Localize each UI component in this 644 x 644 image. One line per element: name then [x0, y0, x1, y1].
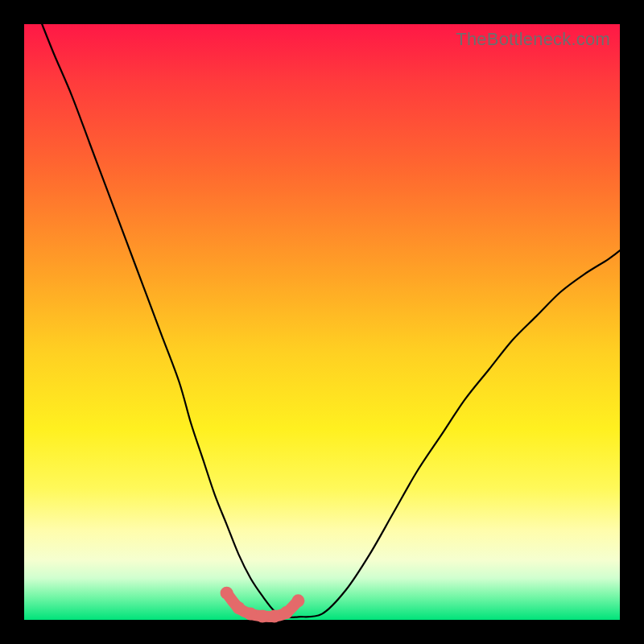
watermark-text: TheBottleneck.com: [456, 29, 610, 50]
svg-point-0: [221, 587, 233, 600]
svg-point-1: [232, 601, 245, 614]
svg-point-4: [268, 610, 281, 623]
svg-point-3: [256, 610, 269, 623]
chart-svg: [24, 24, 620, 620]
bottleneck-curve: [42, 24, 620, 617]
svg-point-2: [244, 608, 257, 621]
svg-point-6: [291, 594, 304, 607]
svg-point-5: [280, 606, 293, 619]
chart-frame: TheBottleneck.com: [24, 24, 620, 620]
